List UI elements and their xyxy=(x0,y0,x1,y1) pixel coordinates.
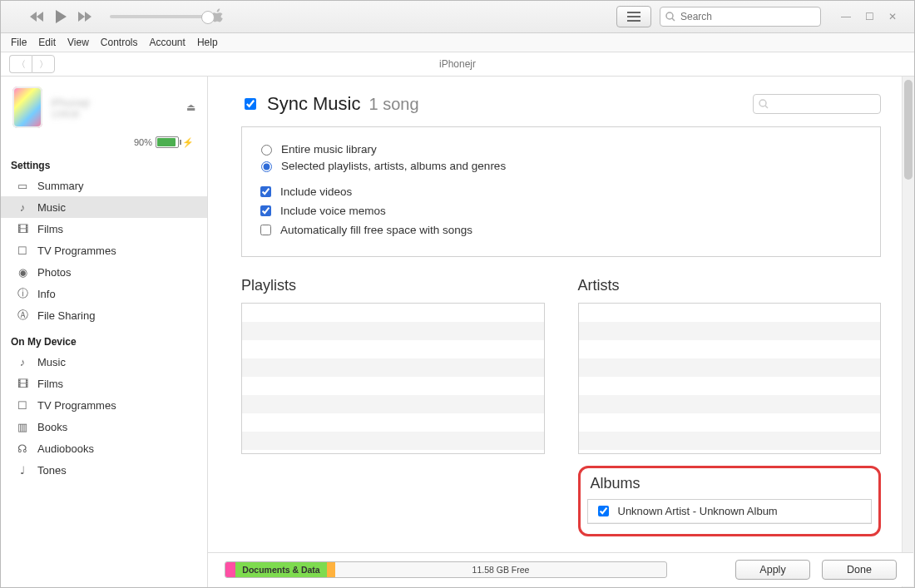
playlists-listbox[interactable] xyxy=(241,303,545,454)
volume-slider[interactable] xyxy=(110,15,210,18)
apple-logo-icon xyxy=(210,8,616,25)
maximize-button[interactable]: ☐ xyxy=(858,8,881,25)
eject-icon[interactable]: ⏏ xyxy=(186,101,195,113)
scrollbar[interactable] xyxy=(902,77,914,587)
sidebar-item-summary[interactable]: ▭ Summary xyxy=(1,175,207,196)
sidebar-item-label: Music xyxy=(37,356,66,368)
opt-entire-library[interactable]: Entire music library xyxy=(257,142,865,156)
music-icon: ♪ xyxy=(16,200,29,214)
opt-include-memos[interactable]: Include voice memos xyxy=(257,203,865,219)
album-checkbox[interactable] xyxy=(598,506,609,516)
checkbox-videos[interactable] xyxy=(260,186,271,197)
battery-row: 90% ⚡ xyxy=(1,136,207,156)
menubar: File Edit View Controls Account Help xyxy=(1,33,914,52)
sidebar-device-music[interactable]: ♪ Music xyxy=(1,351,207,373)
sync-music-title: Sync Music xyxy=(267,93,360,115)
svg-point-0 xyxy=(666,12,673,19)
sidebar-item-label: Films xyxy=(37,223,63,235)
artists-heading: Artists xyxy=(578,277,882,294)
play-icon[interactable] xyxy=(53,9,68,24)
sidebar-item-photos[interactable]: ◉ Photos xyxy=(1,261,207,283)
albums-listbox[interactable]: Unknown Artist - Unknown Album xyxy=(587,499,873,524)
list-view-button[interactable] xyxy=(616,6,651,27)
minimize-button[interactable]: — xyxy=(834,8,858,25)
next-track-icon[interactable] xyxy=(77,11,93,22)
sidebar-item-label: File Sharing xyxy=(37,309,95,322)
opt-include-videos[interactable]: Include videos xyxy=(257,184,865,200)
sidebar-item-music[interactable]: ♪ Music xyxy=(1,196,207,218)
menu-view[interactable]: View xyxy=(67,37,89,48)
itunes-window: — ☐ ✕ File Edit View Controls Account He… xyxy=(0,0,915,588)
capacity-seg-documents: Documents & Data xyxy=(235,562,327,577)
close-button[interactable]: ✕ xyxy=(881,8,904,25)
capacity-free-label: 11.58 GB Free xyxy=(335,562,666,577)
sidebar-item-label: Books xyxy=(37,421,67,433)
opt-label: Entire music library xyxy=(281,143,377,156)
playlists-column: Playlists xyxy=(241,277,545,536)
sidebar-item-label: Tones xyxy=(37,464,67,477)
tones-icon: ♩ xyxy=(16,463,29,477)
sidebar-section-device: On My Device xyxy=(1,333,207,351)
checkbox-autofill[interactable] xyxy=(260,225,271,235)
sidebar-item-films[interactable]: 🎞 Films xyxy=(1,218,207,240)
device-name: iPhonejr xyxy=(51,96,91,109)
sidebar-item-info[interactable]: ⓘ Info xyxy=(1,283,207,304)
song-count: 1 song xyxy=(368,95,418,114)
menu-edit[interactable]: Edit xyxy=(38,37,56,48)
album-label: Unknown Artist - Unknown Album xyxy=(618,505,778,517)
footer-bar: Documents & Data 11.58 GB Free Apply Don… xyxy=(208,552,913,586)
opt-selected[interactable]: Selected playlists, artists, albums and … xyxy=(257,159,865,172)
search-icon xyxy=(665,12,675,22)
menu-file[interactable]: File xyxy=(11,37,27,48)
scrollbar-thumb[interactable] xyxy=(904,80,913,180)
filesharing-icon: Ⓐ xyxy=(16,309,29,322)
sidebar-device-tones[interactable]: ♩ Tones xyxy=(1,459,207,481)
sidebar-device-films[interactable]: 🎞 Films xyxy=(1,373,207,394)
search-field[interactable] xyxy=(660,7,821,27)
content-search-field[interactable] xyxy=(753,94,881,114)
menu-help[interactable]: Help xyxy=(197,37,218,48)
info-icon: ⓘ xyxy=(16,287,29,300)
opt-label: Selected playlists, artists, albums and … xyxy=(281,160,506,172)
volume-thumb[interactable] xyxy=(201,11,215,24)
sync-music-checkbox[interactable] xyxy=(245,98,256,110)
prev-track-icon[interactable] xyxy=(28,11,45,22)
audiobooks-icon: ☊ xyxy=(16,442,29,455)
sidebar-item-label: TV Programmes xyxy=(37,245,116,257)
charging-icon: ⚡ xyxy=(182,137,194,148)
menu-controls[interactable]: Controls xyxy=(101,37,138,48)
main-body: iPhonejr 128GB ⏏ 90% ⚡ Settings ▭ Summar… xyxy=(1,77,914,587)
radio-entire[interactable] xyxy=(261,145,272,156)
summary-icon: ▭ xyxy=(16,179,29,192)
tv-icon: ☐ xyxy=(16,398,29,412)
sidebar-device-audiobooks[interactable]: ☊ Audiobooks xyxy=(1,437,207,459)
capacity-bar: Documents & Data 11.58 GB Free xyxy=(225,561,667,578)
battery-percent: 90% xyxy=(134,137,152,147)
sidebar-device-tv[interactable]: ☐ TV Programmes xyxy=(1,394,207,416)
sidebar-item-label: Photos xyxy=(37,266,71,279)
apply-button[interactable]: Apply xyxy=(735,560,810,580)
films-icon: 🎞 xyxy=(16,222,29,235)
device-model: 128GB xyxy=(51,109,91,119)
opt-autofill[interactable]: Automatically fill free space with songs xyxy=(257,222,865,238)
album-row[interactable]: Unknown Artist - Unknown Album xyxy=(588,500,872,523)
menu-account[interactable]: Account xyxy=(150,37,185,48)
opt-label: Include voice memos xyxy=(280,205,386,217)
sidebar-item-label: Music xyxy=(37,201,66,214)
sidebar-item-filesharing[interactable]: Ⓐ File Sharing xyxy=(1,304,207,326)
capacity-seg-other xyxy=(225,562,235,577)
checkbox-memos[interactable] xyxy=(260,205,271,216)
artists-listbox[interactable] xyxy=(578,303,882,454)
sidebar-device-books[interactable]: ▥ Books xyxy=(1,416,207,437)
done-button[interactable]: Done xyxy=(822,560,897,580)
opt-label: Include videos xyxy=(280,185,352,198)
search-input[interactable] xyxy=(679,10,815,23)
svg-line-3 xyxy=(765,106,768,108)
sync-header: Sync Music 1 song xyxy=(241,93,881,115)
sidebar-item-tv[interactable]: ☐ TV Programmes xyxy=(1,240,207,261)
opt-label: Automatically fill free space with songs xyxy=(280,224,472,236)
sidebar-item-label: Info xyxy=(37,288,56,300)
page-title: iPhonejr xyxy=(1,58,914,70)
radio-selected[interactable] xyxy=(261,161,272,172)
lists-grid: Playlists Artists Albums xyxy=(241,277,881,536)
